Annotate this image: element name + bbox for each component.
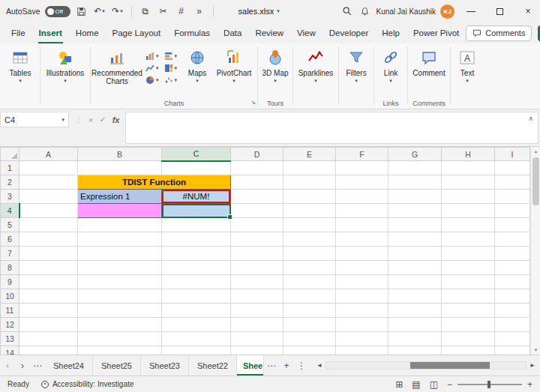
- notifications-button[interactable]: [358, 3, 372, 19]
- normal-view-button[interactable]: ⊞: [395, 379, 403, 390]
- cell-H5[interactable]: [442, 218, 495, 232]
- line-chart-button[interactable]: ▾: [146, 64, 159, 73]
- cell-A13[interactable]: [20, 332, 78, 346]
- cell-B3[interactable]: Expression 1: [78, 190, 162, 204]
- cell-H14[interactable]: [442, 346, 495, 355]
- cell-E4[interactable]: [284, 204, 336, 218]
- cell-B10[interactable]: [78, 289, 162, 304]
- cell-A10[interactable]: [20, 289, 78, 304]
- row-header-5[interactable]: 5: [1, 218, 20, 232]
- cell-C11[interactable]: [162, 304, 231, 318]
- cell-E5[interactable]: [284, 218, 336, 232]
- cell-G14[interactable]: [388, 346, 442, 355]
- cell-E8[interactable]: [284, 261, 336, 275]
- ribbon-tab-help[interactable]: Help: [375, 22, 406, 43]
- cell-G4[interactable]: [388, 204, 442, 218]
- scroll-down-arrow[interactable]: ▼: [534, 348, 538, 352]
- cell-I13[interactable]: [495, 332, 530, 346]
- cell-A14[interactable]: [20, 346, 78, 355]
- cell-C4[interactable]: [162, 204, 231, 218]
- sheet-tab-sheet22[interactable]: Sheet22: [189, 355, 237, 376]
- ribbon-tab-file[interactable]: File: [4, 22, 32, 43]
- cell-F12[interactable]: [336, 318, 388, 332]
- sheet-tab-shee[interactable]: Shee: [237, 355, 264, 376]
- cell-C9[interactable]: [162, 275, 231, 289]
- row-header-7[interactable]: 7: [1, 247, 20, 261]
- maximize-button[interactable]: [488, 0, 512, 22]
- maps-button[interactable]: Maps ▾: [182, 44, 213, 84]
- cell-G9[interactable]: [388, 275, 442, 289]
- row-header-8[interactable]: 8: [1, 261, 20, 275]
- cell-D11[interactable]: [231, 304, 284, 318]
- cell-G5[interactable]: [388, 218, 442, 232]
- cell-G8[interactable]: [388, 261, 442, 275]
- row-header-12[interactable]: 12: [1, 318, 20, 332]
- cell-D5[interactable]: [231, 218, 284, 232]
- ribbon-tab-review[interactable]: Review: [248, 22, 290, 43]
- column-chart-button[interactable]: ▾: [146, 52, 159, 61]
- zoom-out-button[interactable]: −: [447, 379, 452, 390]
- scatter-chart-button[interactable]: ▾: [164, 76, 178, 85]
- cell-E2[interactable]: [284, 175, 336, 190]
- cell-D4[interactable]: [231, 204, 284, 218]
- cell-C10[interactable]: [162, 289, 231, 304]
- page-layout-view-button[interactable]: ▤: [412, 379, 420, 390]
- cell-G10[interactable]: [388, 289, 442, 304]
- cell-I1[interactable]: [495, 161, 530, 175]
- zoom-in-button[interactable]: +: [527, 379, 532, 390]
- ribbon-tab-insert[interactable]: Insert: [32, 22, 69, 43]
- save-button[interactable]: [75, 3, 88, 19]
- avatar[interactable]: KJ: [440, 4, 454, 19]
- cell-I8[interactable]: [495, 261, 530, 275]
- illustrations-button[interactable]: Illustrations ▾: [43, 44, 88, 84]
- cell-G7[interactable]: [388, 247, 442, 261]
- ribbon-tab-data[interactable]: Data: [217, 22, 248, 43]
- vertical-scrollbar[interactable]: ▲ ▼: [530, 147, 540, 355]
- cell-C3[interactable]: #NUM!: [162, 190, 231, 204]
- cell-G3[interactable]: [388, 190, 442, 204]
- column-header-A[interactable]: A: [20, 148, 78, 161]
- cell-H8[interactable]: [442, 261, 495, 275]
- cell-F7[interactable]: [336, 247, 388, 261]
- cell-I6[interactable]: [495, 232, 530, 247]
- cell-A9[interactable]: [20, 275, 78, 289]
- cell-D12[interactable]: [231, 318, 284, 332]
- collapse-formula-bar-icon[interactable]: ∧: [528, 115, 533, 122]
- cell-E11[interactable]: [284, 304, 336, 318]
- cell-I14[interactable]: [495, 346, 530, 355]
- cell-F6[interactable]: [336, 232, 388, 247]
- ribbon-tab-view[interactable]: View: [290, 22, 322, 43]
- cell-H12[interactable]: [442, 318, 495, 332]
- cell-D13[interactable]: [231, 332, 284, 346]
- column-header-B[interactable]: B: [78, 148, 162, 161]
- drag-handle-icon[interactable]: ⋮: [75, 115, 82, 124]
- cell-I4[interactable]: [495, 204, 530, 218]
- cell-F10[interactable]: [336, 289, 388, 304]
- sheet-nav-right-button[interactable]: ›: [15, 355, 30, 376]
- sheet-list-button[interactable]: ⋯: [30, 355, 45, 376]
- cell-E10[interactable]: [284, 289, 336, 304]
- comments-button[interactable]: Comments: [466, 25, 532, 41]
- cell-B6[interactable]: [78, 232, 162, 247]
- cell-I12[interactable]: [495, 318, 530, 332]
- cell-H10[interactable]: [442, 289, 495, 304]
- enter-button[interactable]: ✓: [99, 115, 106, 124]
- cell-C12[interactable]: [162, 318, 231, 332]
- ribbon-tab-power-pivot[interactable]: Power Pivot: [406, 22, 466, 43]
- cell-F4[interactable]: [336, 204, 388, 218]
- row-header-2[interactable]: 2: [1, 175, 20, 190]
- scroll-right-arrow[interactable]: ►: [526, 362, 538, 369]
- row-header-3[interactable]: 3: [1, 190, 20, 204]
- cell-I7[interactable]: [495, 247, 530, 261]
- cell-F14[interactable]: [336, 346, 388, 355]
- cell-H6[interactable]: [442, 232, 495, 247]
- ribbon-tab-home[interactable]: Home: [69, 22, 106, 43]
- cell-F3[interactable]: [336, 190, 388, 204]
- cell-B4[interactable]: [78, 204, 162, 218]
- cell-G12[interactable]: [388, 318, 442, 332]
- cell-A1[interactable]: [20, 161, 78, 175]
- cell-H13[interactable]: [442, 332, 495, 346]
- cell-A6[interactable]: [20, 232, 78, 247]
- row-header-13[interactable]: 13: [1, 332, 20, 346]
- search-button[interactable]: [340, 3, 354, 19]
